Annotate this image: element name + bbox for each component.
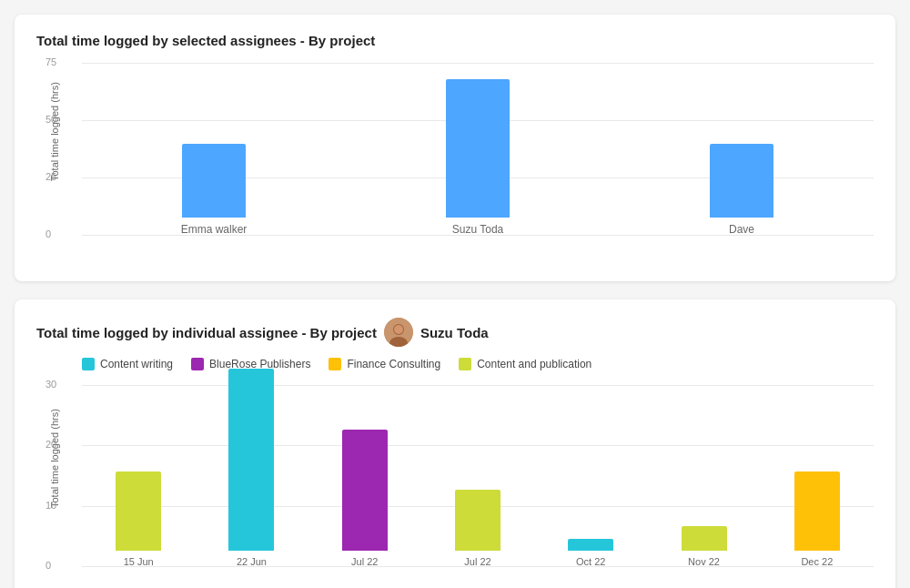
chart1-bars: Emma walkerSuzu TodaDave <box>82 63 874 236</box>
bar2-x-label: Nov 22 <box>688 556 720 567</box>
chart2-header: Total time logged by individual assignee… <box>36 318 874 347</box>
grid-line-label: 75 <box>46 56 56 67</box>
bar2 <box>682 526 727 551</box>
svg-point-3 <box>394 325 403 334</box>
bar2-group: Dec 22 <box>761 471 874 567</box>
bar-x-label: Emma walker <box>181 223 248 236</box>
legend-label: Content and publication <box>477 358 592 370</box>
chart2-y-label: Total time logged (hrs) <box>49 471 60 508</box>
legend-color-swatch <box>329 358 341 370</box>
chart1-title: Total time logged by selected assignees … <box>36 33 874 48</box>
bar2 <box>342 430 388 551</box>
chart1-area: Total time logged (hrs) 7550250 Emma wal… <box>36 63 874 263</box>
bar2-group: 22 Jun <box>195 369 308 567</box>
chart2-title: Total time logged by individual assignee… <box>36 325 377 340</box>
legend-color-swatch <box>82 358 95 370</box>
bar-x-label: Suzu Toda <box>452 223 504 236</box>
bar2-group: Jul 22 <box>421 490 534 567</box>
bar2-group: 15 Jun <box>82 471 195 567</box>
legend-item: Finance Consulting <box>329 358 440 370</box>
bar2-x-label: Jul 22 <box>464 556 490 567</box>
bar-group: Suzu Toda <box>346 79 610 236</box>
chart2-card: Total time logged by individual assignee… <box>15 299 895 588</box>
assignee-avatar <box>384 318 413 347</box>
grid-line-label: 0 <box>46 228 51 239</box>
bar2-x-label: Dec 22 <box>801 556 833 567</box>
bar <box>710 144 774 218</box>
bar2 <box>568 539 613 551</box>
chart1-y-label: Total time logged (hrs) <box>49 145 60 181</box>
grid-line-label: 0 <box>46 560 51 571</box>
assignee-name: Suzu Toda <box>420 325 489 340</box>
chart2-area: Total time logged (hrs) 3020100 15 Jun22… <box>36 385 874 588</box>
legend-color-swatch <box>459 358 471 370</box>
legend-label: Finance Consulting <box>347 358 440 370</box>
bar-group: Dave <box>610 144 874 236</box>
bar2-group: Nov 22 <box>647 526 760 567</box>
bar-x-label: Dave <box>729 223 754 236</box>
bar2-x-label: 15 Jun <box>124 556 154 567</box>
legend-label: Content writing <box>100 358 173 370</box>
bar2-group: Jul 22 <box>308 430 421 567</box>
bar <box>182 144 246 218</box>
bar2-x-label: 22 Jun <box>237 556 267 567</box>
bar2-x-label: Jul 22 <box>351 556 378 567</box>
chart2-legend: Content writingBlueRose PublishersFinanc… <box>36 358 874 370</box>
bar2-group: Oct 22 <box>534 539 647 567</box>
bar-group: Emma walker <box>82 144 346 236</box>
bar <box>446 79 510 218</box>
bar2 <box>116 471 161 551</box>
bar2 <box>794 471 840 551</box>
chart2-bars: 15 Jun22 JunJul 22Jul 22Oct 22Nov 22Dec … <box>82 385 874 567</box>
bar2 <box>455 490 500 551</box>
bar2-x-label: Oct 22 <box>576 556 605 567</box>
legend-item: Content and publication <box>459 358 592 370</box>
chart1-card: Total time logged by selected assignees … <box>15 15 895 281</box>
legend-item: Content writing <box>82 358 173 370</box>
grid-line-label: 30 <box>46 379 56 390</box>
bar2 <box>228 369 274 551</box>
